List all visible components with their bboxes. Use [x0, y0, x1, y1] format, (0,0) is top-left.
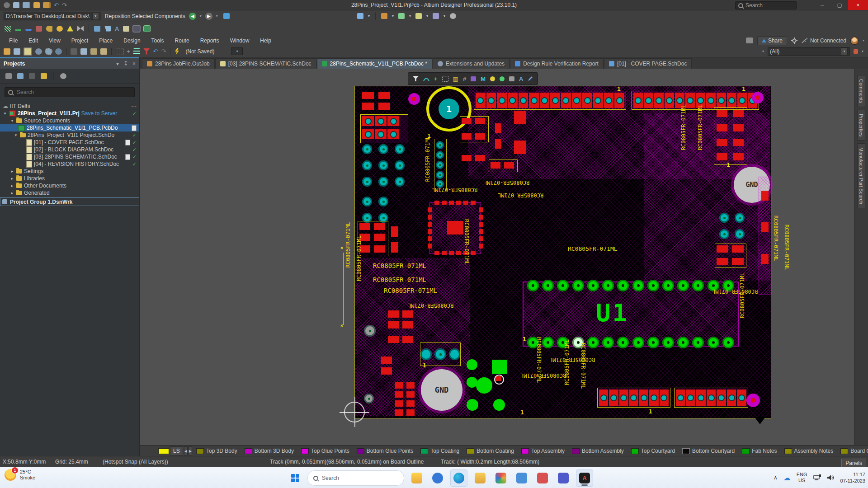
collapse-icon[interactable]: ▸ [10, 176, 14, 181]
chip-tool-icon[interactable] [133, 26, 140, 32]
expand-icon[interactable]: ▾ [10, 118, 14, 123]
menu-help[interactable]: Help [255, 36, 277, 45]
open-doc-icon[interactable] [4, 48, 10, 55]
layer-tab[interactable]: Top Coating [417, 447, 462, 455]
menu-file[interactable]: File [4, 36, 23, 45]
netlabel-tool-icon[interactable] [36, 26, 42, 32]
ruler-tool-icon[interactable] [415, 13, 422, 19]
tree-revision-history[interactable]: [04] - REVISION HISTORY.SchDoc ✓ [0, 160, 139, 168]
tree-generated[interactable]: ▸ Generated [0, 189, 139, 197]
start-button[interactable] [288, 470, 303, 486]
chevron-down-icon[interactable]: ▾ [409, 14, 411, 18]
tree-project[interactable]: ▾ 28Pins_Project_V1I1.Prj Save to Server… [0, 110, 139, 117]
mail-icon[interactable] [514, 470, 530, 486]
doc-tab-jobfile[interactable]: 28Pins JobFile.OutJob [142, 58, 215, 69]
string-icon[interactable]: A [519, 76, 523, 82]
store-icon[interactable] [534, 470, 551, 486]
layers-tool-icon[interactable] [381, 13, 387, 19]
wire-tool-icon[interactable] [15, 29, 21, 31]
save-icon[interactable] [13, 2, 19, 8]
menu-edit[interactable]: Edit [23, 36, 43, 45]
redo-icon[interactable]: ↷ [161, 48, 166, 54]
clear-filter-icon[interactable] [143, 48, 150, 55]
open-icon[interactable] [33, 2, 40, 8]
align-icon[interactable] [133, 48, 140, 55]
chevron-down-icon[interactable]: ▾ [368, 14, 370, 18]
menu-window[interactable]: Window [225, 36, 255, 45]
layer-tab[interactable]: Bottom Glue Points [354, 447, 416, 455]
projects-panel-header[interactable]: Projects ▾ ↧ × [0, 57, 139, 69]
cut-icon[interactable] [71, 48, 77, 55]
layer-tab[interactable]: Bottom Courtyard [679, 447, 738, 455]
teams-icon[interactable] [555, 470, 571, 486]
file-explorer-icon[interactable] [409, 470, 425, 486]
collapse-icon[interactable]: ▸ [10, 183, 14, 188]
copy-icon[interactable] [80, 48, 87, 55]
zoom-selection-icon[interactable] [55, 48, 62, 55]
redo-icon[interactable]: ↷ [62, 2, 67, 8]
doc-tab-schematic-03[interactable]: [03]-28PINS SCHEMATIC.SchDoc [215, 58, 316, 69]
tree-pins-schematic[interactable]: [03]-28PINS SCHEMATIC.SchDoc ✓ [0, 153, 139, 160]
pad-tool-icon[interactable] [500, 76, 505, 81]
tree-pcbdoc[interactable]: 28Pins_Schematic_V1I1_PCB.PcbDo [0, 124, 139, 131]
layer-tab[interactable]: Top Courtyard [628, 447, 678, 455]
paste-icon[interactable] [90, 48, 97, 55]
chevron-down-icon[interactable]: ▾ [392, 14, 394, 18]
speaker-icon[interactable] [827, 474, 835, 481]
chevron-down-icon[interactable]: ▾ [92, 12, 99, 20]
edge-icon[interactable] [450, 469, 467, 487]
back-button[interactable]: ◀ [189, 13, 196, 20]
forward-button[interactable]: ▶ [205, 13, 212, 20]
layer-tab[interactable]: Board Outline [837, 447, 868, 455]
comment-icon[interactable] [746, 38, 753, 43]
layer-tab[interactable]: Bottom Coating [463, 447, 517, 455]
tab-comments[interactable]: Comments [857, 75, 865, 107]
no-erc-tool-icon[interactable] [77, 26, 84, 32]
grid-tool-icon[interactable] [433, 13, 439, 19]
save-doc-icon[interactable] [14, 48, 20, 55]
sheet-symbol-tool-icon[interactable] [94, 26, 100, 32]
gear-icon[interactable] [791, 38, 797, 44]
menu-route[interactable]: Route [170, 36, 195, 45]
share-button[interactable]: Share [757, 36, 787, 45]
probe-tool-icon[interactable] [67, 26, 73, 32]
forward-caret-icon[interactable]: ▾ [216, 14, 218, 18]
layer-tab[interactable]: Top Glue Points [298, 447, 353, 455]
port-tool-icon[interactable] [46, 26, 52, 32]
tab-properties[interactable]: Properties [857, 110, 865, 141]
menu-design[interactable]: Design [118, 36, 146, 45]
bus-tool-icon[interactable] [25, 29, 32, 31]
save-all-icon[interactable] [23, 2, 30, 8]
chevron-down-icon[interactable]: ▾ [762, 49, 764, 53]
menu-place[interactable]: Place [94, 36, 118, 45]
tree-cover-page[interactable]: [01] - COVER PAGE.SchDoc ✓ [0, 139, 139, 146]
chart-tool-icon[interactable] [357, 13, 363, 19]
scope-combobox[interactable]: (All) ▾ [768, 47, 850, 56]
panel-dropdown-icon[interactable]: ▾ [116, 61, 119, 67]
layer-tab[interactable]: Assembly Notes [781, 447, 837, 455]
move-icon[interactable]: + [127, 48, 130, 54]
select-rect-icon[interactable] [442, 76, 448, 82]
select-area-icon[interactable] [116, 48, 123, 55]
tree-workspace[interactable]: ☁ IIT Delhi ⋯ [0, 103, 139, 110]
paste-special-icon[interactable] [100, 48, 107, 55]
menu-view[interactable]: View [43, 36, 66, 45]
pcb-board[interactable]: 1 1 1 [354, 86, 771, 418]
layer-tab[interactable]: Bottom 3D Body [241, 447, 297, 455]
text-tool-icon[interactable]: A [115, 26, 119, 32]
tree-settings[interactable]: ▸ Settings [0, 168, 139, 175]
panel-close-icon[interactable]: × [132, 61, 136, 67]
layer-set-button[interactable]: LS [170, 446, 183, 455]
layer-tab[interactable]: Top Assembly [518, 447, 568, 455]
collapse-icon[interactable]: ▸ [10, 191, 14, 195]
tree-project-schdoc[interactable]: ▾ 28Pins_Project_V1I1 Project.SchDo ✓ [0, 131, 139, 139]
menu-reports[interactable]: Reports [195, 36, 225, 45]
variant-combobox[interactable]: ▾ [231, 47, 243, 55]
save-to-server-link[interactable]: Save to Server [81, 110, 117, 117]
document-tool-icon[interactable] [223, 13, 230, 19]
minimize-button[interactable]: ─ [814, 0, 831, 10]
menu-project[interactable]: Project [66, 36, 94, 45]
project-group-item[interactable]: Project Group 1.DsnWrk [0, 197, 139, 206]
scroll-left-icon[interactable]: ◀ [184, 446, 188, 455]
photos-icon[interactable] [493, 470, 509, 486]
